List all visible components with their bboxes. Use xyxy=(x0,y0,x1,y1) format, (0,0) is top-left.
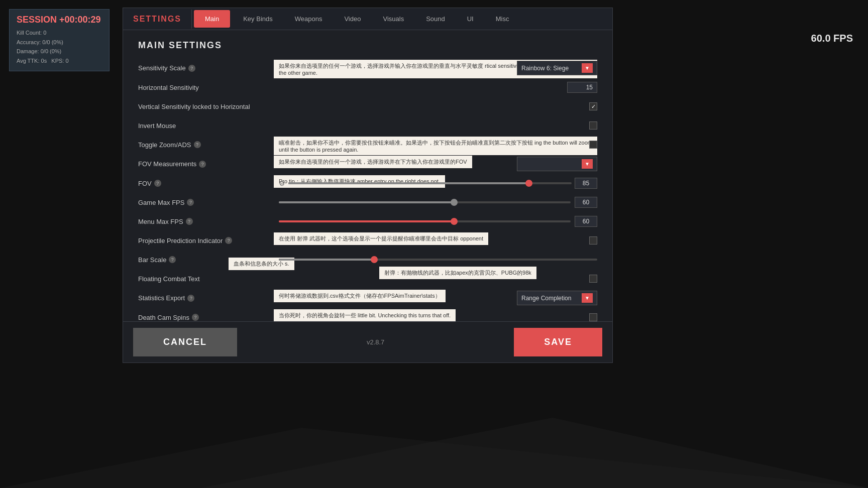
settings-panel: SETTINGS Main Key Binds Weapons Video Vi… xyxy=(123,8,613,363)
row-bar-scale: Bar Scale ? 血条和信息条的大小 s. 射弹：有抛物线的武器，比如ap… xyxy=(138,253,597,267)
session-timer: SESSION +00:00:29 xyxy=(17,15,102,25)
row-death-cam: Death Cam Spins ? 当你死时，你的视角会旋转一些 little … xyxy=(138,310,597,321)
accuracy-value: 0/0 (0%) xyxy=(42,39,63,45)
row-vertical-sensitivity-lock: Vertical Sensitivity locked to Horizonta… xyxy=(138,99,597,113)
fov-measurements-label: FOV Measurements ? xyxy=(138,160,279,168)
projectile-help-icon[interactable]: ? xyxy=(225,237,232,244)
menu-max-fps-value[interactable]: 60 xyxy=(575,216,597,227)
save-button[interactable]: SAVE xyxy=(514,328,602,356)
session-time: +00:00:29 xyxy=(59,15,101,25)
row-game-max-fps: Game Max FPS ? 60 xyxy=(138,195,597,209)
game-max-fps-slider xyxy=(279,201,571,203)
menu-max-fps-control: 60 xyxy=(279,216,597,227)
fov-value[interactable]: 85 xyxy=(575,178,597,189)
bar-scale-slider xyxy=(279,259,597,261)
statistics-export-dropdown-arrow[interactable]: ▼ xyxy=(582,293,593,303)
menu-max-fps-track[interactable] xyxy=(279,220,571,222)
row-statistics-export: Statistics Export ? 何时将储游戏数据到.csv格式文件（储存… xyxy=(138,291,597,305)
fov-slider-container xyxy=(288,182,572,184)
bar-scale-control: 血条和信息条的大小 s. 射弹：有抛物线的武器，比如apex的克雷贝尔、PUBG… xyxy=(279,259,597,261)
menu-max-fps-slider xyxy=(279,220,571,222)
fov-control: Pro tip：从右侧输入数值更快速 amber entry on the ri… xyxy=(279,178,597,189)
row-projectile: Projectile Prediction Indicator ? 在使用 射弹… xyxy=(138,233,597,248)
toggle-zoom-control: 瞄准射击，如果你不选中，你需要按住按钮来瞄准。如果选中，按下按钮会开始瞄准直到第… xyxy=(279,141,597,149)
accuracy-label: Accuracy: xyxy=(17,39,41,45)
bar-scale-help-icon[interactable]: ? xyxy=(169,256,176,263)
avg-ttk-label: Avg TTK: xyxy=(17,58,39,64)
projectile-checkbox[interactable] xyxy=(589,236,597,245)
kps-label: KPS: xyxy=(51,58,64,64)
tab-video[interactable]: Video xyxy=(333,10,372,28)
tab-keybinds[interactable]: Key Binds xyxy=(232,10,284,28)
death-cam-checkbox[interactable] xyxy=(589,313,597,321)
fov-measurements-dropdown[interactable]: ▼ xyxy=(517,157,597,171)
sensitivity-scale-control: 如果你来自选项里的任何一个游戏，选择游戏并输入你在游戏里的垂直与水平灵敏度 rt… xyxy=(279,61,597,75)
invert-mouse-checkbox[interactable] xyxy=(589,121,597,130)
invert-mouse-label: Invert Mouse xyxy=(138,122,279,130)
fov-protip-tooltip: Pro tip：从右侧输入数值更快速 amber entry on the ri… xyxy=(274,175,445,188)
toggle-zoom-label: Toggle Zoom/ADS ? xyxy=(138,141,279,149)
game-max-fps-track[interactable] xyxy=(279,201,571,203)
content-title: MAIN SETTINGS xyxy=(138,40,597,51)
sensitivity-scale-help-icon[interactable]: ? xyxy=(188,65,195,72)
tabs-container: Main Key Binds Weapons Video Visuals Sou… xyxy=(192,8,520,30)
projectile-label: Projectile Prediction Indicator ? xyxy=(138,237,279,245)
tab-ui[interactable]: UI xyxy=(456,10,485,28)
kill-count-value: 0 xyxy=(43,30,46,36)
fov-measurements-dropdown-arrow[interactable]: ▼ xyxy=(582,159,593,169)
version-text: v2.8.7 xyxy=(367,338,384,346)
kps-value: 0 xyxy=(65,58,68,64)
row-toggle-zoom: Toggle Zoom/ADS ? 瞄准射击，如果你不选中，你需要按住按钮来瞄准… xyxy=(138,138,597,152)
fov-measurements-help-icon[interactable]: ? xyxy=(199,161,206,168)
statistics-export-dropdown[interactable]: Range Completion ▼ xyxy=(517,291,597,305)
menu-max-fps-help-icon[interactable]: ? xyxy=(186,218,193,225)
projectile-tooltip: 在使用 射弹 武器时，这个选项会显示一个提示提醒你瞄准哪里会击中目标 oppon… xyxy=(274,232,488,245)
fps-value: 60.0 FPS xyxy=(811,33,853,44)
tab-sound[interactable]: Sound xyxy=(415,10,456,28)
bottom-bar: CANCEL v2.8.7 SAVE xyxy=(123,321,612,362)
bar-scale-track[interactable] xyxy=(279,259,597,261)
row-invert-mouse: Invert Mouse xyxy=(138,118,597,133)
tab-misc[interactable]: Misc xyxy=(485,10,520,28)
vertical-sensitivity-lock-control xyxy=(279,102,597,110)
death-cam-control: 当你死时，你的视角会旋转一些 little bit. Unchecking th… xyxy=(279,313,597,321)
toggle-zoom-checkbox[interactable] xyxy=(589,141,597,149)
statistics-export-control: 何时将储游戏数据到.csv格式文件（储存在\FPSAimTrainer\stat… xyxy=(279,291,597,305)
floating-combat-label: Floating Combat Text xyxy=(138,275,279,283)
fov-slider-track[interactable] xyxy=(288,182,572,184)
sensitivity-scale-label: Sensitivity Scale ? xyxy=(138,64,279,72)
floating-combat-checkbox[interactable] xyxy=(589,275,597,283)
vertical-sensitivity-lock-checkbox[interactable] xyxy=(589,102,597,110)
avg-ttk-value: 0s xyxy=(41,58,47,64)
tab-visuals[interactable]: Visuals xyxy=(372,10,415,28)
session-label: SESSION xyxy=(17,15,57,25)
death-cam-tooltip: 当你死时，你的视角会旋转一些 little bit. Unchecking th… xyxy=(274,309,456,321)
toggle-zoom-help-icon[interactable]: ? xyxy=(194,141,201,148)
game-max-fps-value[interactable]: 60 xyxy=(575,197,597,208)
game-max-fps-label: Game Max FPS ? xyxy=(138,199,279,206)
fov-help-icon[interactable]: ? xyxy=(154,180,161,187)
settings-content: MAIN SETTINGS Sensitivity Scale ? 如果你来自选… xyxy=(123,30,612,321)
cancel-button[interactable]: CANCEL xyxy=(133,328,237,356)
game-max-fps-control: 60 xyxy=(279,197,597,208)
statistics-export-help-icon[interactable]: ? xyxy=(187,295,194,302)
menu-max-fps-label: Menu Max FPS ? xyxy=(138,218,279,225)
horizontal-sensitivity-control xyxy=(279,82,597,93)
kill-count-label: Kill Count: xyxy=(17,30,42,36)
damage-label: Damage: xyxy=(17,48,39,54)
settings-title: SETTINGS xyxy=(123,10,192,29)
tab-weapons[interactable]: Weapons xyxy=(284,10,334,28)
row-horizontal-sensitivity: Horizontal Sensitivity xyxy=(138,80,597,94)
fov-measurements-control: 如果你来自选项里的任何一个游戏，选择游戏并在下方输入你在游戏里的FOV ▼ xyxy=(279,157,597,171)
sensitivity-scale-dropdown-arrow[interactable]: ▼ xyxy=(582,63,593,73)
sensitivity-scale-dropdown[interactable]: Rainbow 6: Siege ▼ xyxy=(517,61,597,75)
fov-gear-icon[interactable]: ⚙ xyxy=(279,179,285,187)
horizontal-sensitivity-input[interactable] xyxy=(567,82,597,93)
vertical-sensitivity-lock-label: Vertical Sensitivity locked to Horizonta… xyxy=(138,103,279,110)
death-cam-help-icon[interactable]: ? xyxy=(192,314,199,321)
fps-display: 60.0 FPS xyxy=(811,33,853,44)
tab-main[interactable]: Main xyxy=(194,10,230,28)
game-max-fps-help-icon[interactable]: ? xyxy=(187,199,194,206)
projectile-control: 在使用 射弹 武器时，这个选项会显示一个提示提醒你瞄准哪里会击中目标 oppon… xyxy=(279,236,597,245)
death-cam-label: Death Cam Spins ? xyxy=(138,314,279,321)
